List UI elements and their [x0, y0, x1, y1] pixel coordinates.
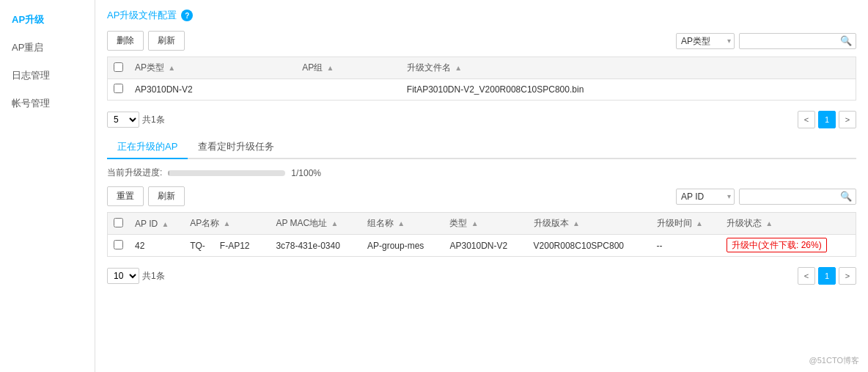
upgrade-table: AP ID ▲ AP名称 ▲ AP MAC地址 ▲ 组名称 ▲ 类型 ▲ 升级版… [108, 213, 856, 256]
upgrade-row-group: AP-group-mes [361, 235, 444, 257]
tab-upgrading-ap[interactable]: 正在升级的AP [107, 136, 188, 159]
upgrade-col-version: 升级版本 ▲ [528, 213, 651, 235]
upgrade-col-type: 类型 ▲ [444, 213, 527, 235]
upgrade-row-checkbox[interactable] [114, 240, 123, 249]
refresh-file-button[interactable]: 刷新 [148, 31, 185, 51]
delete-file-button[interactable]: 删除 [107, 31, 144, 51]
page-title-area: AP升级文件配置 ? [107, 9, 856, 22]
progress-section: 当前升级进度: 1/100% [107, 167, 856, 179]
file-next-page-button[interactable]: > [839, 111, 856, 128]
file-config-table-wrapper: AP类型 ▲ AP组 ▲ 升级文件名 ▲ AP3010DN-V2 FitAP30… [107, 56, 856, 101]
upgrade-col-ap-name: AP名称 ▲ [184, 213, 270, 235]
upgrade-pagination-left: 10 5 共1条 [107, 268, 165, 284]
upgrade-type-select[interactable]: AP ID [676, 189, 735, 205]
upgrade-table-row: 42 TQ- F-AP12 3c78-431e-0340 AP-group-me… [108, 235, 856, 257]
upgrade-current-page-button[interactable]: 1 [818, 267, 836, 285]
sidebar-item-account-mgmt[interactable]: 帐号管理 [0, 90, 95, 117]
upgrade-row-time: -- [651, 235, 721, 257]
sidebar-item-ap-upgrade[interactable]: AP升级 [0, 6, 95, 34]
main-content: AP升级文件配置 ? 删除 刷新 AP类型 🔍 AP类型 [95, 0, 868, 372]
file-search-input[interactable] [739, 33, 856, 49]
file-prev-page-button[interactable]: < [798, 111, 815, 128]
watermark: @51CTO博客 [809, 355, 859, 366]
file-search-wrapper: 🔍 [739, 33, 856, 49]
file-config-pagination: 5 10 共1条 < 1 > [107, 106, 856, 133]
upgrade-table-wrapper: AP ID ▲ AP名称 ▲ AP MAC地址 ▲ 组名称 ▲ 类型 ▲ 升级版… [107, 212, 856, 257]
status-badge: 升级中(文件下载: 26%) [727, 238, 827, 252]
upgrade-tabs: 正在升级的AP 查看定时升级任务 [107, 136, 856, 159]
file-config-table: AP类型 ▲ AP组 ▲ 升级文件名 ▲ AP3010DN-V2 FitAP30… [108, 57, 856, 100]
upgrade-page-total: 共1条 [142, 270, 165, 282]
file-page-size-select[interactable]: 5 10 [107, 112, 139, 128]
file-config-toolbar-left: 删除 刷新 [107, 31, 185, 51]
file-row-ap-group [296, 79, 401, 101]
sidebar-item-ap-restart[interactable]: AP重启 [0, 34, 95, 62]
upgrade-col-time: 升级时间 ▲ [651, 213, 721, 235]
upgrade-pagination-right: < 1 > [798, 267, 856, 285]
upgrade-row-status: 升级中(文件下载: 26%) [721, 235, 856, 257]
file-table-row: AP3010DN-V2 FitAP3010DN-V2_V200R008C10SP… [108, 79, 856, 101]
upgrade-next-page-button[interactable]: > [839, 267, 856, 285]
upgrade-search-wrapper: 🔍 [739, 189, 856, 205]
file-table-select-all[interactable] [114, 62, 123, 72]
file-current-page-button[interactable]: 1 [818, 111, 836, 128]
file-pagination-left: 5 10 共1条 [107, 112, 165, 128]
file-page-total: 共1条 [142, 114, 165, 126]
progress-bar-bg [168, 170, 285, 176]
file-row-ap-type: AP3010DN-V2 [129, 79, 296, 101]
progress-value: 1/100% [291, 168, 321, 178]
upgrade-toolbar-left: 重置 刷新 [107, 186, 185, 206]
upgrade-row-mac: 3c78-431e-0340 [270, 235, 361, 257]
upgrade-row-type: AP3010DN-V2 [444, 235, 527, 257]
reset-button[interactable]: 重置 [107, 186, 144, 206]
file-type-select-wrapper: AP类型 [676, 33, 735, 49]
file-row-upgrade-file: FitAP3010DN-V2_V200R008C10SPC800.bin [401, 79, 856, 101]
upgrade-table-select-all[interactable] [114, 218, 123, 227]
file-config-toolbar: 删除 刷新 AP类型 🔍 [107, 31, 856, 51]
page-title: AP升级文件配置 [107, 9, 177, 22]
upgrade-col-mac: AP MAC地址 ▲ [270, 213, 361, 235]
upgrade-col-ap-id: AP ID ▲ [129, 213, 184, 235]
upgrade-row-ap-name: TQ- F-AP12 [184, 235, 270, 257]
upgrade-search-input[interactable] [739, 189, 856, 205]
upgrade-page-size-select[interactable]: 10 5 [107, 268, 139, 284]
info-icon[interactable]: ? [181, 10, 193, 21]
sidebar-item-log-mgmt[interactable]: 日志管理 [0, 62, 95, 90]
upgrade-prev-page-button[interactable]: < [798, 267, 815, 285]
file-col-upgrade-file: 升级文件名 ▲ [401, 57, 856, 79]
sidebar: AP升级 AP重启 日志管理 帐号管理 [0, 0, 95, 372]
file-type-select[interactable]: AP类型 [676, 33, 735, 49]
upgrade-col-status: 升级状态 ▲ [721, 213, 856, 235]
upgrade-row-version: V200R008C10SPC800 [528, 235, 651, 257]
upgrade-type-select-wrapper: AP ID [676, 189, 735, 205]
upgrade-pagination: 10 5 共1条 < 1 > [107, 263, 856, 289]
file-config-toolbar-right: AP类型 🔍 [676, 33, 856, 49]
upgrade-row-ap-id: 42 [129, 235, 184, 257]
progress-label: 当前升级进度: [107, 167, 162, 179]
upgrade-toolbar-right: AP ID 🔍 [676, 189, 856, 205]
file-row-checkbox[interactable] [114, 84, 123, 93]
file-col-ap-group: AP组 ▲ [296, 57, 401, 79]
file-pagination-right: < 1 > [798, 111, 856, 128]
refresh-upgrade-button[interactable]: 刷新 [148, 186, 185, 206]
upgrade-toolbar: 重置 刷新 AP ID 🔍 [107, 186, 856, 206]
progress-bar-fill [168, 170, 169, 176]
tab-scheduled-upgrade[interactable]: 查看定时升级任务 [188, 136, 284, 159]
file-col-ap-type: AP类型 ▲ [129, 57, 296, 79]
file-search-icon[interactable]: 🔍 [840, 35, 852, 46]
upgrade-col-group: 组名称 ▲ [361, 213, 444, 235]
upgrade-search-icon[interactable]: 🔍 [840, 191, 852, 202]
